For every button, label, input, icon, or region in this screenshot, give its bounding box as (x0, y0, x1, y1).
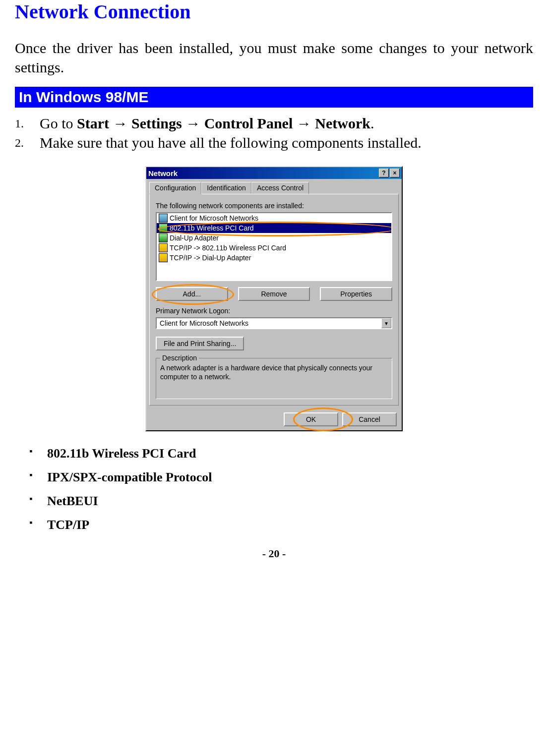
page-title: Network Connection (15, 0, 533, 23)
bullet-marker: ▪ (15, 446, 47, 461)
bullet-marker: ▪ (15, 494, 47, 509)
add-button[interactable]: Add... (156, 287, 228, 301)
description-group: Description A network adapter is a hardw… (156, 358, 392, 399)
list-item-label: 802.11b Wireless PCI Card (170, 224, 254, 232)
bullet-item: ▪ 802.11b Wireless PCI Card (15, 446, 533, 461)
step-number: 1. (15, 115, 40, 132)
step-text: Go to (40, 115, 77, 131)
step-1: 1. Go to Start → Settings → Control Pane… (15, 115, 533, 132)
step-text: Make sure that you have all the followin… (40, 134, 533, 151)
bullet-item: ▪ TCP/IP (15, 518, 533, 532)
bullet-item: ▪ NetBEUI (15, 494, 533, 509)
description-text: A network adapter is a hardware device t… (160, 362, 388, 381)
protocol-icon (159, 253, 168, 262)
tab-configuration[interactable]: Configuration (149, 182, 201, 194)
list-item[interactable]: Client for Microsoft Networks (157, 213, 391, 223)
file-print-sharing-button[interactable]: File and Print Sharing... (156, 337, 244, 350)
components-label: The following network components are ins… (156, 202, 392, 210)
step-number: 2. (15, 134, 40, 151)
bullet-text: IPX/SPX-compatible Protocol (47, 470, 212, 485)
section-heading: In Windows 98/ME (15, 87, 533, 108)
list-item-label: TCP/IP -> 802.11b Wireless PCI Card (170, 244, 286, 252)
properties-button[interactable]: Properties (320, 287, 392, 301)
list-item-selected[interactable]: 802.11b Wireless PCI Card (157, 223, 391, 233)
nav-path: Start → Settings → Control Panel → Netwo… (77, 115, 370, 131)
chevron-down-icon: ▼ (381, 318, 391, 328)
bullet-item: ▪ IPX/SPX-compatible Protocol (15, 470, 533, 485)
dialog-title: Network (148, 169, 178, 177)
bullet-text: TCP/IP (47, 518, 89, 532)
intro-paragraph: Once the driver has been installed, you … (15, 38, 533, 77)
tab-access-control[interactable]: Access Control (251, 182, 309, 194)
list-item[interactable]: Dial-Up Adapter (157, 233, 391, 243)
components-listbox[interactable]: Client for Microsoft Networks 802.11b Wi… (156, 212, 392, 281)
tab-identification[interactable]: Identification (201, 182, 251, 194)
group-label: Description (160, 354, 199, 362)
adapter-icon (159, 233, 168, 242)
bullet-text: 802.11b Wireless PCI Card (47, 446, 196, 461)
adapter-icon (159, 224, 168, 233)
bullet-text: NetBEUI (47, 494, 98, 509)
list-item-label: Client for Microsoft Networks (170, 214, 258, 222)
client-icon (159, 214, 168, 223)
help-button[interactable]: ? (379, 169, 389, 177)
page-number: - 20 - (15, 547, 533, 560)
bullet-marker: ▪ (15, 518, 47, 532)
remove-button[interactable]: Remove (238, 287, 310, 301)
dropdown-value: Client for Microsoft Networks (157, 318, 381, 328)
step-suffix: . (370, 115, 374, 131)
protocol-icon (159, 243, 168, 252)
network-dialog: Network ? × Configuration Identification… (145, 166, 403, 431)
step-2: 2. Make sure that you have all the follo… (15, 134, 533, 151)
highlight-annotation (293, 407, 353, 431)
dialog-titlebar: Network ? × (146, 167, 402, 179)
list-item-label: TCP/IP -> Dial-Up Adapter (170, 254, 251, 262)
bullet-marker: ▪ (15, 470, 47, 485)
logon-label: Primary Network Logon: (156, 307, 392, 315)
list-item[interactable]: TCP/IP -> Dial-Up Adapter (157, 253, 391, 263)
list-item[interactable]: TCP/IP -> 802.11b Wireless PCI Card (157, 243, 391, 253)
close-button[interactable]: × (390, 169, 400, 177)
logon-dropdown[interactable]: Client for Microsoft Networks ▼ (156, 317, 392, 329)
list-item-label: Dial-Up Adapter (170, 234, 219, 242)
